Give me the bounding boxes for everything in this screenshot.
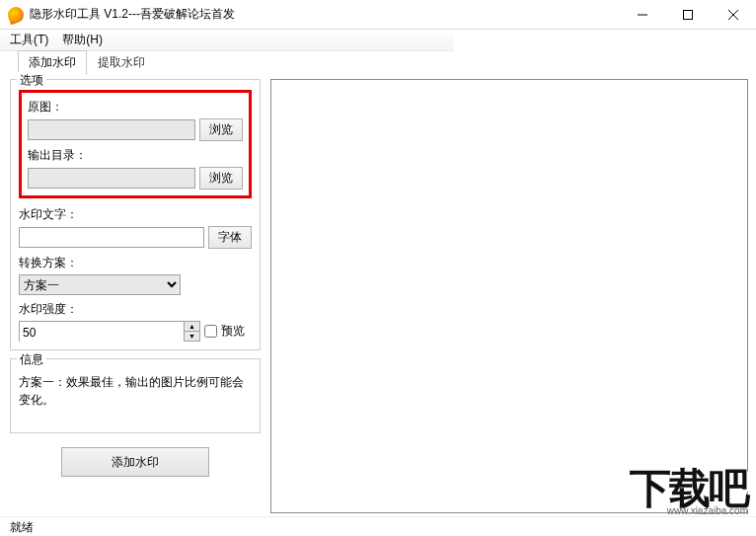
window-title: 隐形水印工具 V1.2---吾爱破解论坛首发 [30, 6, 235, 23]
options-group: 选项 原图： 浏览 输出目录： 浏览 [10, 79, 261, 350]
spin-down-icon[interactable]: ▼ [185, 332, 199, 341]
menu-tools[interactable]: 工具(T) [10, 32, 48, 48]
tab-strip: 添加水印 提取水印 [0, 51, 756, 75]
browse-original-button[interactable]: 浏览 [199, 118, 243, 141]
info-text: 方案一：效果最佳，输出的图片比例可能会变化。 [19, 373, 252, 409]
info-group: 信息 方案一：效果最佳，输出的图片比例可能会变化。 [10, 358, 261, 433]
menu-bar: 工具(T) 帮助(H) [0, 30, 454, 51]
status-bar: 就绪 [0, 516, 756, 536]
watermark-text-input[interactable] [19, 227, 204, 248]
svg-rect-1 [684, 11, 693, 20]
maximize-button[interactable] [665, 0, 711, 30]
title-bar: 隐形水印工具 V1.2---吾爱破解论坛首发 [0, 0, 756, 30]
preview-checkbox[interactable] [204, 325, 217, 338]
app-icon [6, 4, 27, 25]
info-group-title: 信息 [17, 351, 46, 368]
tab-extract-watermark[interactable]: 提取水印 [87, 50, 156, 75]
strength-label: 水印强度： [19, 301, 252, 318]
strength-input[interactable] [20, 322, 184, 343]
original-image-input[interactable] [28, 119, 195, 140]
font-button[interactable]: 字体 [208, 226, 252, 249]
close-button[interactable] [711, 0, 756, 30]
preview-panel [270, 79, 748, 513]
output-dir-input[interactable] [28, 168, 195, 189]
status-text: 就绪 [10, 520, 34, 534]
menu-help[interactable]: 帮助(H) [62, 32, 103, 48]
scheme-select[interactable]: 方案一 [19, 274, 181, 295]
original-image-label: 原图： [28, 99, 243, 115]
scheme-label: 转换方案： [19, 255, 252, 271]
minimize-button[interactable] [620, 0, 665, 30]
highlighted-required-fields: 原图： 浏览 输出目录： 浏览 [19, 90, 252, 198]
output-dir-label: 输出目录： [28, 147, 243, 164]
options-group-title: 选项 [17, 72, 46, 89]
watermark-text-label: 水印文字： [19, 206, 252, 223]
preview-label: 预览 [221, 323, 245, 340]
add-watermark-button[interactable]: 添加水印 [61, 447, 209, 477]
spin-up-icon[interactable]: ▲ [185, 322, 199, 332]
browse-output-button[interactable]: 浏览 [199, 167, 243, 190]
strength-spinner[interactable]: ▲ ▼ [19, 321, 200, 342]
